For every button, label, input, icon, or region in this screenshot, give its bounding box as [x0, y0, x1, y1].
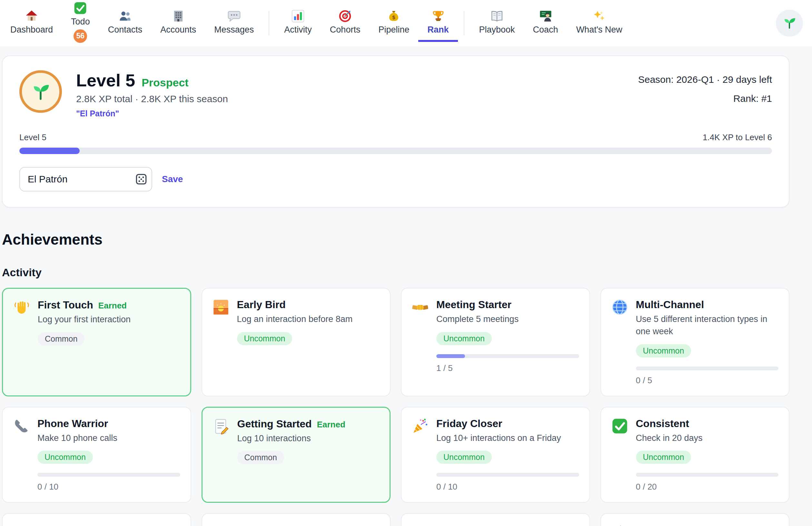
- achievement-title: Early Bird: [237, 299, 286, 311]
- achievement-card-email-blitz: Email Blitz Send 50 emails Rare 4 / 50: [401, 513, 590, 526]
- profile-avatar-button[interactable]: [776, 10, 803, 37]
- email-icon: [412, 524, 429, 526]
- achievement-title: Meeting Starter: [436, 299, 511, 311]
- nav-item-todo[interactable]: Todo 56: [62, 0, 99, 50]
- money-bag-icon: $: [387, 9, 401, 23]
- achievements-grid: First Touch Earned Log your first intera…: [2, 288, 789, 526]
- achievement-title: Phone Warrior: [38, 418, 108, 430]
- achievement-title: Prolific: [636, 524, 671, 526]
- sunrise-icon: [213, 299, 229, 316]
- bar-chart-icon: [291, 9, 305, 23]
- achievement-title: Multi-Channel: [636, 299, 704, 311]
- building-icon: [172, 9, 185, 23]
- achievement-progress-count: 1 / 5: [436, 363, 579, 373]
- level-summary-card: Level 5 Prospect 2.8K XP total · 2.8K XP…: [2, 56, 789, 208]
- teacher-icon: [539, 9, 552, 23]
- achievement-description: Log 10+ interactions on a Friday: [436, 432, 579, 445]
- earned-label: Earned: [98, 301, 127, 311]
- achievement-description: Log an interaction before 8am: [237, 313, 380, 326]
- xp-summary: 2.8K XP total · 2.8K XP this season: [76, 93, 228, 104]
- activity-section-heading: Activity: [2, 266, 789, 279]
- save-button[interactable]: Save: [162, 174, 183, 184]
- nav-item-rank[interactable]: Rank: [418, 5, 458, 42]
- nav-item-pipeline[interactable]: $ Pipeline: [369, 5, 418, 42]
- rank-label: Rank: #1: [638, 89, 772, 108]
- rarity-badge: Uncommon: [636, 344, 691, 358]
- sparkles-icon: [592, 9, 606, 23]
- achievement-progress-fill: [436, 354, 465, 358]
- achievement-progress-count: 0 / 10: [436, 482, 579, 492]
- nickname-input[interactable]: [19, 167, 152, 192]
- achievement-title: Meeting Master: [237, 524, 312, 526]
- phone-icon: [13, 418, 30, 434]
- love-letter-icon: [13, 524, 30, 526]
- achievement-card-inmail-pro: InMail Pro Send 20 InMails Uncommon 0 / …: [2, 513, 191, 526]
- nickname-label: "El Patrón": [76, 109, 228, 118]
- target-icon: [338, 9, 352, 23]
- handshake-icon: [412, 299, 429, 316]
- nav-item-cohorts[interactable]: Cohorts: [321, 5, 369, 42]
- achievement-card-consistent: Consistent Check in 20 days Uncommon 0 /…: [600, 407, 790, 503]
- nav-item-messages[interactable]: Messages: [205, 5, 263, 42]
- progress-next-level-label: 1.4K XP to Level 6: [703, 133, 772, 142]
- nav-label: Rank: [427, 25, 449, 35]
- nav-label: Pipeline: [378, 25, 409, 35]
- achievement-title: InMail Pro: [38, 524, 87, 526]
- nav-label: Activity: [284, 25, 312, 35]
- achievement-description: Use 5 different interaction types in one…: [636, 313, 779, 338]
- rarity-badge: Uncommon: [237, 332, 292, 345]
- nav-label: Messages: [214, 25, 254, 35]
- achievement-progress-bar: [436, 473, 579, 477]
- rarity-badge: Uncommon: [636, 451, 691, 464]
- nav-item-coach[interactable]: Coach: [524, 5, 567, 42]
- xp-progress-bar: [19, 148, 772, 154]
- achievement-progress-count: 0 / 5: [636, 375, 779, 386]
- xp-progress-fill: [19, 148, 79, 154]
- fire-icon: [611, 524, 628, 526]
- achievement-description: Complete 5 meetings: [436, 313, 579, 326]
- achievement-progress-bar: [636, 473, 779, 477]
- achievement-card-first-touch: First Touch Earned Log your first intera…: [2, 288, 191, 396]
- seedling-icon: [782, 14, 797, 32]
- dice-icon[interactable]: [135, 173, 148, 186]
- achievement-progress-bar: [436, 354, 579, 358]
- rarity-badge: Uncommon: [436, 332, 492, 345]
- achievement-card-getting-started: Getting Started Earned Log 10 interactio…: [202, 407, 391, 503]
- nav-item-whats-new[interactable]: What's New: [567, 5, 632, 42]
- nav-divider: [269, 11, 269, 35]
- achievements-heading: Achievements: [2, 231, 789, 248]
- nav-item-contacts[interactable]: Contacts: [99, 5, 151, 42]
- check-square-icon: [611, 418, 628, 434]
- nav-item-playbook[interactable]: Playbook: [470, 5, 524, 42]
- nav-label: Accounts: [160, 25, 196, 35]
- achievement-progress-count: 0 / 20: [636, 482, 779, 492]
- svg-text:$: $: [392, 14, 396, 20]
- seedling-icon: [30, 79, 52, 104]
- earned-label: Earned: [317, 420, 345, 430]
- achievement-description: Log your first interaction: [38, 314, 180, 326]
- achievement-title: Friday Closer: [436, 418, 503, 430]
- nav-item-activity[interactable]: Activity: [275, 5, 321, 42]
- achievement-card-early-bird: Early Bird Log an interaction before 8am…: [202, 288, 391, 396]
- achievement-title: First Touch: [38, 299, 93, 311]
- nav-divider: [464, 11, 464, 35]
- todo-count-badge: 56: [74, 29, 87, 43]
- nav-label: What's New: [576, 25, 622, 35]
- achievement-card-multi-channel: Multi-Channel Use 5 different interactio…: [600, 288, 790, 396]
- achievement-card-prolific: Prolific Log 50 interactions Uncommon 25…: [600, 513, 790, 526]
- progress-level-label: Level 5: [19, 133, 46, 142]
- waving-hand-icon: [13, 299, 30, 316]
- nav-item-accounts[interactable]: Accounts: [151, 5, 205, 42]
- tier-label: Prospect: [142, 76, 189, 89]
- nav-label: Contacts: [108, 25, 143, 35]
- level-title: Level 5: [76, 70, 135, 90]
- chat-bubble-icon: [227, 9, 241, 23]
- achievement-title: Consistent: [636, 418, 689, 430]
- achievement-card-meeting-starter: Meeting Starter Complete 5 meetings Unco…: [401, 288, 590, 396]
- party-popper-icon: [412, 418, 429, 434]
- nav-label: Playbook: [479, 25, 515, 35]
- achievement-title: Getting Started: [237, 418, 312, 430]
- check-square-icon: [74, 1, 87, 15]
- nav-item-dashboard[interactable]: Dashboard: [1, 5, 62, 42]
- people-icon: [118, 9, 132, 23]
